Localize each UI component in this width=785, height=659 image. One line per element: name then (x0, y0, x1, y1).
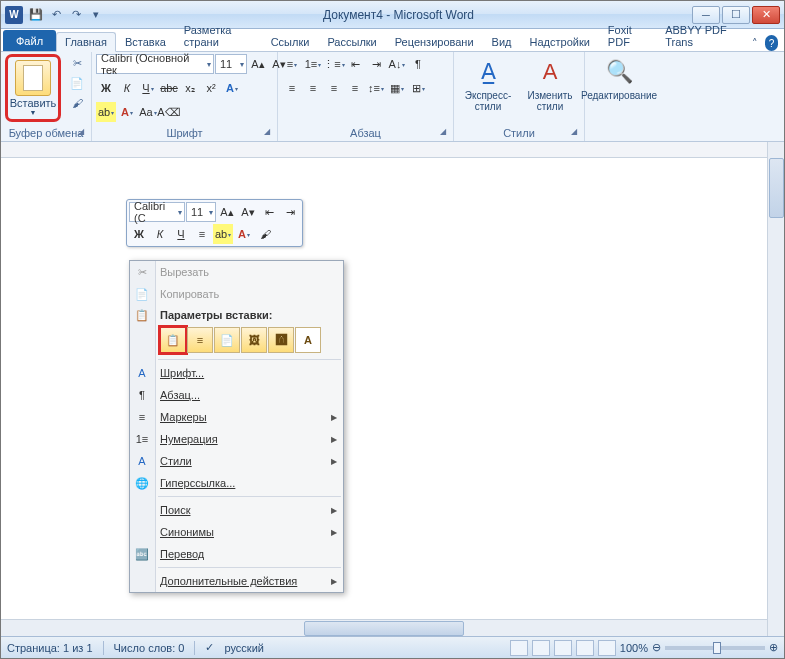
mini-font-combo[interactable]: Calibri (С (129, 202, 185, 222)
paste-use-dest[interactable]: 📄 (214, 327, 240, 353)
tab-abbyy[interactable]: ABBYY PDF Trans (656, 20, 748, 51)
spellcheck-icon[interactable]: ✓ (205, 641, 214, 654)
multilevel-button[interactable]: ⋮≡ (324, 54, 344, 74)
tab-file[interactable]: Файл (3, 30, 56, 51)
paste-merge-format[interactable]: ≡ (187, 327, 213, 353)
menu-translate[interactable]: 🔤Перевод (130, 543, 343, 565)
dialog-launcher-icon[interactable]: ◢ (261, 127, 273, 139)
qat-undo-icon[interactable]: ↶ (47, 6, 65, 24)
view-web[interactable] (554, 640, 572, 656)
menu-additional-actions[interactable]: Дополнительные действия▶ (130, 570, 343, 592)
tab-mailings[interactable]: Рассылки (318, 32, 385, 51)
menu-synonyms[interactable]: Синонимы▶ (130, 521, 343, 543)
minimize-ribbon-icon[interactable]: ˄ (748, 35, 761, 51)
menu-hyperlink[interactable]: 🌐Гиперссылка... (130, 472, 343, 494)
paste-button[interactable]: Вставить ▼ (9, 58, 57, 118)
menu-paragraph[interactable]: ¶Абзац... (130, 384, 343, 406)
mini-shrink-font[interactable]: A▾ (238, 202, 258, 222)
change-styles-button[interactable]: A Изменить стили (520, 54, 580, 114)
close-button[interactable]: ✕ (752, 6, 780, 24)
subscript-button[interactable]: x₂ (180, 78, 200, 98)
line-spacing-button[interactable]: ↕≡ (366, 78, 386, 98)
dialog-launcher-icon[interactable]: ◢ (75, 127, 87, 139)
clear-formatting-icon[interactable]: A⌫ (159, 102, 179, 122)
align-right-icon[interactable]: ≡ (324, 78, 344, 98)
app-icon[interactable]: W (5, 6, 23, 24)
paste-keep-source[interactable]: 📋 (160, 327, 186, 353)
highlight-button[interactable]: ab (96, 102, 116, 122)
view-outline[interactable] (576, 640, 594, 656)
tab-addins[interactable]: Надстройки (521, 32, 599, 51)
quick-styles-button[interactable]: A̲ Экспресс-стили (458, 54, 518, 114)
numbering-button[interactable]: 1≡ (303, 54, 323, 74)
font-size-combo[interactable]: 11 (215, 54, 247, 74)
mini-underline[interactable]: Ч (171, 224, 191, 244)
zoom-slider[interactable] (665, 646, 765, 650)
status-language[interactable]: русский (224, 642, 263, 654)
menu-styles[interactable]: AСтили▶ (130, 450, 343, 472)
vertical-scrollbar[interactable] (767, 142, 784, 636)
horizontal-ruler[interactable] (1, 142, 767, 158)
document-area[interactable] (1, 142, 767, 636)
mini-font-color[interactable]: A (234, 224, 254, 244)
increase-indent-icon[interactable]: ⇥ (366, 54, 386, 74)
status-word-count[interactable]: Число слов: 0 (114, 642, 185, 654)
superscript-button[interactable]: x² (201, 78, 221, 98)
mini-italic[interactable]: К (150, 224, 170, 244)
editing-button[interactable]: 🔍 Редактирование (589, 54, 649, 103)
bullets-button[interactable]: ≡ (282, 54, 302, 74)
show-marks-icon[interactable]: ¶ (408, 54, 428, 74)
mini-align-center[interactable]: ≡ (192, 224, 212, 244)
dialog-launcher-icon[interactable]: ◢ (437, 127, 449, 139)
mini-indent-inc[interactable]: ⇥ (280, 202, 300, 222)
view-draft[interactable] (598, 640, 616, 656)
mini-indent-dec[interactable]: ⇤ (259, 202, 279, 222)
underline-button[interactable]: Ч (138, 78, 158, 98)
tab-review[interactable]: Рецензировани (386, 32, 483, 51)
zoom-level[interactable]: 100% (620, 642, 648, 654)
format-painter-icon[interactable]: 🖌 (67, 94, 87, 112)
tab-view[interactable]: Вид (483, 32, 521, 51)
zoom-out-button[interactable]: ⊖ (652, 641, 661, 654)
qat-customize-icon[interactable]: ▾ (87, 6, 105, 24)
decrease-indent-icon[interactable]: ⇤ (345, 54, 365, 74)
tab-layout[interactable]: Разметка страни (175, 20, 262, 51)
align-center-icon[interactable]: ≡ (303, 78, 323, 98)
tab-foxit[interactable]: Foxit PDF (599, 20, 656, 51)
font-color-button[interactable]: A (117, 102, 137, 122)
mini-size-combo[interactable]: 11 (186, 202, 216, 222)
bold-button[interactable]: Ж (96, 78, 116, 98)
menu-search[interactable]: Поиск▶ (130, 499, 343, 521)
mini-bold[interactable]: Ж (129, 224, 149, 244)
mini-grow-font[interactable]: A▴ (217, 202, 237, 222)
tab-references[interactable]: Ссылки (262, 32, 319, 51)
strike-button[interactable]: abc (159, 78, 179, 98)
mini-format-painter[interactable]: 🖌 (255, 224, 275, 244)
menu-numbering[interactable]: 1≡Нумерация▶ (130, 428, 343, 450)
text-effects-button[interactable]: A (222, 78, 242, 98)
mini-highlight[interactable]: ab (213, 224, 233, 244)
qat-redo-icon[interactable]: ↷ (67, 6, 85, 24)
shading-button[interactable]: ▦ (387, 78, 407, 98)
justify-icon[interactable]: ≡ (345, 78, 365, 98)
cut-icon[interactable]: ✂ (67, 54, 87, 72)
borders-button[interactable]: ⊞ (408, 78, 428, 98)
qat-save-icon[interactable]: 💾 (27, 6, 45, 24)
help-icon[interactable]: ? (765, 35, 778, 51)
view-print-layout[interactable] (510, 640, 528, 656)
italic-button[interactable]: К (117, 78, 137, 98)
paste-text-only[interactable]: A (295, 327, 321, 353)
copy-icon[interactable]: 📄 (67, 74, 87, 92)
paste-picture[interactable]: 🖼 (241, 327, 267, 353)
menu-bullets[interactable]: ≡Маркеры▶ (130, 406, 343, 428)
zoom-in-button[interactable]: ⊕ (769, 641, 778, 654)
change-case-button[interactable]: Aa (138, 102, 158, 122)
view-full-screen[interactable] (532, 640, 550, 656)
horizontal-scrollbar[interactable] (1, 619, 767, 636)
tab-insert[interactable]: Вставка (116, 32, 175, 51)
tab-home[interactable]: Главная (56, 32, 116, 52)
font-name-combo[interactable]: Calibri (Основной тек (96, 54, 214, 74)
menu-font[interactable]: AШрифт... (130, 362, 343, 384)
paste-keep-text[interactable]: 🅰 (268, 327, 294, 353)
sort-button[interactable]: A↓ (387, 54, 407, 74)
